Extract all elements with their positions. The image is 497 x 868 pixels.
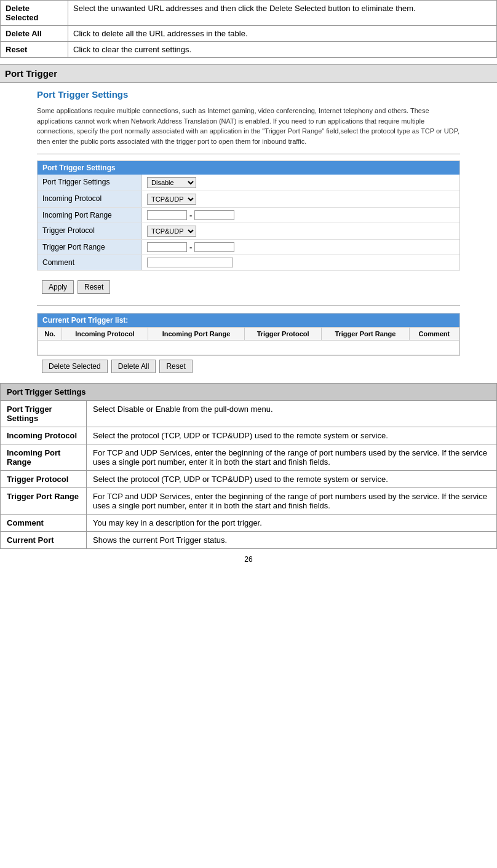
form-row-label-5: Comment	[38, 255, 142, 270]
top-table-row: ResetClick to clear the current settings…	[1, 42, 497, 58]
form-row-control-4: -	[142, 240, 459, 254]
top-table-row: Delete AllClick to delete all the URL ad…	[1, 26, 497, 42]
desc-row-label-3: Trigger Protocol	[1, 471, 87, 488]
top-table-row: Delete SelectedSelect the unwanted URL a…	[1, 1, 497, 26]
desc-row-label-0: Port Trigger Settings	[1, 401, 87, 427]
top-table: Delete SelectedSelect the unwanted URL a…	[0, 0, 497, 58]
divider-top	[37, 154, 460, 154]
desc-row-desc-1: Select the protocol (TCP, UDP or TCP&UDP…	[87, 427, 497, 444]
section-header: Port Trigger	[0, 64, 497, 83]
desc-table: Port Trigger SettingsPort Trigger Settin…	[0, 383, 497, 549]
list-col-4: Trigger Port Range	[322, 328, 410, 341]
desc-row-6: Current PortShows the current Port Trigg…	[1, 532, 497, 549]
select-0[interactable]: DisableEnable	[147, 177, 196, 188]
list-col-5: Comment	[409, 328, 459, 341]
list-reset-button[interactable]: Reset	[159, 360, 192, 373]
form-row-label-3: Trigger Protocol	[38, 223, 142, 239]
form-row-1: Incoming ProtocolTCP&UDPTCPUDP	[38, 191, 459, 208]
form-row-label-0: Port Trigger Settings	[38, 175, 142, 191]
desc-row-3: Trigger ProtocolSelect the protocol (TCP…	[1, 471, 497, 488]
form-row-control-2: -	[142, 208, 459, 223]
divider-bottom	[37, 305, 460, 306]
desc-row-desc-4: For TCP and UDP Services, enter the begi…	[87, 488, 497, 515]
desc-row-0: Port Trigger SettingsSelect Disable or E…	[1, 401, 497, 427]
current-port-trigger-list: Current Port Trigger list: No.Incoming P…	[37, 313, 460, 356]
form-row-control-1: TCP&UDPTCPUDP	[142, 191, 459, 207]
pt-container: Port Trigger Settings Some applications …	[0, 89, 497, 377]
form-buttons: Apply Reset	[37, 275, 460, 299]
list-buttons: Delete Selected Delete All Reset	[37, 356, 460, 377]
desc-row-desc-3: Select the protocol (TCP, UDP or TCP&UDP…	[87, 471, 497, 488]
desc-row-2: Incoming Port RangeFor TCP and UDP Servi…	[1, 444, 497, 471]
pt-description: Some applications require multiple conne…	[37, 106, 460, 146]
desc-row-desc-5: You may key in a description for the por…	[87, 515, 497, 532]
form-row-5: Comment	[38, 255, 459, 270]
form-row-control-0: DisableEnable	[142, 175, 459, 191]
list-box-header: Current Port Trigger list:	[38, 314, 459, 327]
pt-settings-title: Port Trigger Settings	[37, 89, 460, 100]
form-row-3: Trigger ProtocolTCP&UDPTCPUDP	[38, 223, 459, 240]
form-row-4: Trigger Port Range-	[38, 240, 459, 255]
text-input-5[interactable]	[147, 258, 233, 267]
top-table-desc: Click to clear the current settings.	[68, 42, 497, 58]
top-table-label: Delete Selected	[1, 1, 68, 26]
port-trigger-form-box: Port Trigger Settings Port Trigger Setti…	[37, 160, 460, 270]
range-dash-4: -	[189, 243, 192, 252]
form-row-label-4: Trigger Port Range	[38, 240, 142, 254]
apply-button[interactable]: Apply	[42, 280, 74, 294]
desc-row-label-2: Incoming Port Range	[1, 444, 87, 471]
form-row-control-3: TCP&UDPTCPUDP	[142, 223, 459, 239]
top-table-desc: Select the unwanted URL addresses and th…	[68, 1, 497, 26]
form-row-label-1: Incoming Protocol	[38, 191, 142, 207]
desc-row-desc-2: For TCP and UDP Services, enter the begi…	[87, 444, 497, 471]
form-row-control-5	[142, 255, 459, 270]
desc-row-label-1: Incoming Protocol	[1, 427, 87, 444]
list-table: No.Incoming ProtocolIncoming Port RangeT…	[38, 327, 459, 355]
desc-row-label-5: Comment	[1, 515, 87, 532]
form-box-header: Port Trigger Settings	[38, 161, 459, 175]
form-row-2: Incoming Port Range-	[38, 208, 459, 223]
list-col-3: Trigger Protocol	[245, 328, 322, 341]
list-table-empty-row	[38, 341, 459, 355]
list-col-1: Incoming Protocol	[62, 328, 148, 341]
range-dash-2: -	[189, 211, 192, 220]
delete-all-button[interactable]: Delete All	[111, 360, 156, 373]
list-col-0: No.	[38, 328, 62, 341]
delete-selected-button[interactable]: Delete Selected	[42, 360, 108, 373]
desc-section-label: Port Trigger Settings	[1, 384, 497, 401]
form-rows-container: Port Trigger SettingsDisableEnableIncomi…	[38, 175, 459, 270]
top-table-label: Reset	[1, 42, 68, 58]
reset-button-form[interactable]: Reset	[78, 280, 110, 294]
range-end-4[interactable]	[194, 242, 234, 252]
select-3[interactable]: TCP&UDPTCPUDP	[147, 226, 196, 237]
range-start-2[interactable]	[147, 210, 187, 220]
select-1[interactable]: TCP&UDPTCPUDP	[147, 194, 196, 205]
desc-row-desc-6: Shows the current Port Trigger status.	[87, 532, 497, 549]
desc-row-5: CommentYou may key in a description for …	[1, 515, 497, 532]
desc-section-header-row: Port Trigger Settings	[1, 384, 497, 401]
range-start-4[interactable]	[147, 242, 187, 252]
range-end-2[interactable]	[194, 210, 234, 220]
form-row-label-2: Incoming Port Range	[38, 208, 142, 223]
desc-row-1: Incoming ProtocolSelect the protocol (TC…	[1, 427, 497, 444]
page-number: 26	[0, 549, 497, 570]
top-table-desc: Click to delete all the URL addresses in…	[68, 26, 497, 42]
top-table-label: Delete All	[1, 26, 68, 42]
form-row-0: Port Trigger SettingsDisableEnable	[38, 175, 459, 191]
desc-row-label-6: Current Port	[1, 532, 87, 549]
desc-row-4: Trigger Port RangeFor TCP and UDP Servic…	[1, 488, 497, 515]
desc-row-desc-0: Select Disable or Enable from the pull-d…	[87, 401, 497, 427]
desc-row-label-4: Trigger Port Range	[1, 488, 87, 515]
list-col-2: Incoming Port Range	[148, 328, 245, 341]
